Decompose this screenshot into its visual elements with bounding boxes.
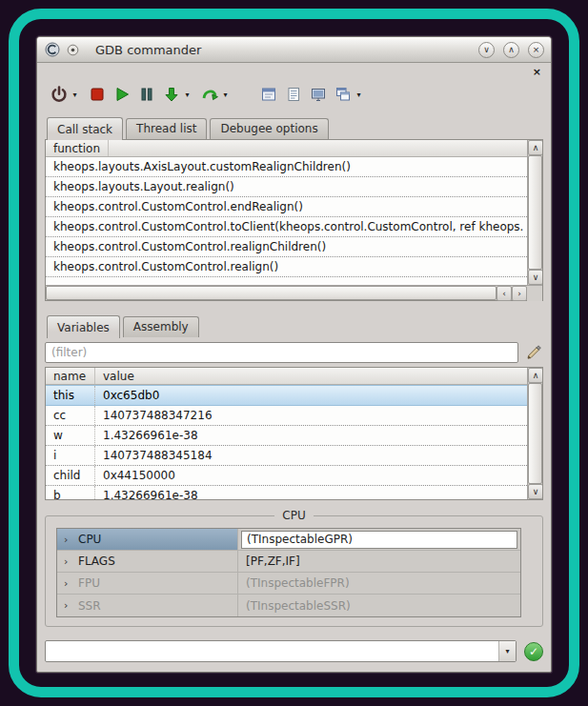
variable-value: 1.43266961e-38 (95, 426, 527, 445)
cpu-register-grid: › CPU (TInspectableGPR) › FLAGS [PF,ZF,I… (56, 528, 521, 617)
stop-button[interactable] (85, 82, 110, 107)
variable-row[interactable]: this 0xc65db0 (46, 385, 527, 406)
call-stack-row[interactable]: kheops.layouts.Layout.realign() (46, 177, 527, 197)
scrollbar-thumb[interactable] (528, 383, 542, 484)
step-into-dropdown-caret-icon[interactable]: ▾ (182, 91, 193, 99)
register-group-name: CPU (78, 533, 101, 546)
call-stack-panel: function kheops.layouts.AxisLayout.custo… (45, 139, 543, 301)
scroll-right-button[interactable]: › (512, 286, 527, 301)
column-header-function[interactable]: function (46, 140, 109, 156)
column-header-value[interactable]: value (95, 368, 527, 384)
windows-view-dropdown-caret-icon[interactable]: ▾ (354, 91, 364, 99)
variable-value: 140737488347216 (95, 406, 527, 425)
scroll-down-button[interactable]: ∨ (528, 484, 543, 499)
call-stack-header: function (46, 140, 527, 157)
tab-variables[interactable]: Variables (47, 315, 120, 338)
variable-name: w (46, 426, 95, 445)
cpu-register-row[interactable]: › CPU (TInspectableGPR) (57, 529, 520, 551)
register-group-value-field[interactable]: (TInspectableGPR) (241, 531, 517, 549)
app-icon (44, 42, 60, 58)
call-stack-row[interactable]: kheops.control.CustomControl.endRealign(… (46, 197, 527, 217)
watch-view-button[interactable] (256, 82, 281, 107)
windows-view-button[interactable] (331, 82, 355, 107)
step-over-button[interactable] (197, 82, 222, 107)
register-group-value: (TInspectableFPR) (238, 573, 520, 594)
expander-icon[interactable]: › (64, 577, 71, 590)
cpu-groupbox: CPU › CPU (TInspectableGPR) › FLAGS (45, 515, 543, 627)
variable-row[interactable]: w 1.43266961e-38 (46, 426, 527, 446)
power-dropdown-caret-icon[interactable]: ▾ (70, 91, 80, 99)
call-stack-row[interactable]: kheops.control.CustomControl.toClient(kh… (46, 217, 527, 237)
step-over-dropdown-caret-icon[interactable]: ▾ (220, 91, 231, 99)
command-bar: ▾ ✓ (45, 640, 543, 662)
filter-input[interactable] (45, 342, 518, 363)
scroll-left-button[interactable]: ‹ (497, 286, 512, 301)
debug-toolbar: ▾ ▾ ▾ (45, 78, 543, 111)
scroll-up-button[interactable]: ∧ (528, 140, 542, 155)
run-button[interactable] (110, 82, 134, 107)
variable-name: cc (46, 406, 95, 425)
register-group-value: [PF,ZF,IF] (238, 551, 520, 572)
dock-close-button[interactable]: × (533, 68, 541, 77)
register-group-name: SSR (78, 599, 101, 613)
variable-row[interactable]: b 1.43266961e-38 (46, 486, 527, 499)
variable-name: child (46, 466, 95, 485)
close-button[interactable]: × (528, 42, 544, 58)
command-input[interactable] (46, 641, 498, 661)
variable-value: 1.43266961e-38 (95, 486, 527, 499)
minimize-button[interactable]: ∨ (478, 42, 495, 58)
expander-icon[interactable]: › (64, 534, 71, 546)
execute-command-button[interactable]: ✓ (524, 642, 543, 661)
debugger-power-button[interactable] (47, 82, 71, 107)
register-group-name: FLAGS (78, 555, 115, 568)
call-stack-horizontal-scrollbar[interactable]: ‹ › (46, 285, 542, 300)
clear-filter-icon[interactable] (524, 343, 543, 362)
variables-table: name value this 0xc65db0 cc 140737488347… (46, 368, 527, 499)
register-group-value: (TInspectableSSR) (238, 595, 520, 616)
tab-call-stack[interactable]: Call stack (47, 117, 123, 140)
console-view-button[interactable] (306, 82, 331, 107)
pause-button[interactable] (134, 82, 159, 107)
gdb-commander-window: GDB commander ∨ ∧ × × ▾ (36, 36, 552, 673)
cpu-register-row[interactable]: › FLAGS [PF,ZF,IF] (57, 551, 520, 573)
window-content: × ▾ ▾ ▾ (37, 63, 551, 672)
cpu-register-row[interactable]: › FPU (TInspectableFPR) (57, 573, 520, 595)
window-title: GDB commander (95, 43, 201, 57)
inspector-tabbar: Variables Assembly (45, 314, 543, 337)
scrollbar-thumb[interactable] (46, 286, 497, 300)
variables-header: name value (46, 368, 527, 385)
tab-assembly[interactable]: Assembly (123, 316, 199, 337)
variable-name: this (46, 386, 95, 405)
variables-panel: name value this 0xc65db0 cc 140737488347… (45, 367, 543, 500)
cpu-register-row[interactable]: › SSR (TInspectableSSR) (57, 595, 520, 616)
window-controls: ∨ ∧ × (478, 42, 544, 58)
log-view-button[interactable] (281, 82, 306, 107)
variables-vertical-scrollbar[interactable]: ∧ ∨ (527, 368, 542, 499)
variable-row[interactable]: i 140737488345184 (46, 446, 527, 466)
scroll-up-button[interactable]: ∧ (528, 368, 543, 383)
cpu-groupbox-title: CPU (46, 509, 542, 522)
call-stack-row[interactable]: kheops.control.CustomControl.realign() (46, 257, 527, 277)
titlebar-menu-icon[interactable] (65, 42, 81, 58)
variable-value: 0xc65db0 (95, 386, 527, 405)
step-into-button[interactable] (159, 82, 184, 107)
tab-debugee-options[interactable]: Debugee options (210, 118, 328, 139)
titlebar[interactable]: GDB commander ∨ ∧ × (37, 37, 551, 63)
call-stack-vertical-scrollbar[interactable]: ∧ ∨ (527, 140, 542, 285)
combo-dropdown-button[interactable]: ▾ (498, 641, 516, 661)
variable-row[interactable]: cc 140737488347216 (46, 406, 527, 426)
scroll-down-button[interactable]: ∨ (528, 270, 542, 285)
variable-value: 140737488345184 (95, 446, 527, 465)
shade-button[interactable]: ∧ (503, 42, 519, 58)
scrollbar-thumb[interactable] (528, 155, 542, 270)
expander-icon[interactable]: › (64, 599, 71, 612)
tab-thread-list[interactable]: Thread list (126, 118, 207, 139)
call-stack-row[interactable]: kheops.control.CustomControl.realignChil… (46, 237, 527, 257)
expander-icon[interactable]: › (64, 555, 71, 568)
call-stack-row[interactable]: kheops.layouts.AxisLayout.customRealignC… (46, 157, 527, 177)
variable-row[interactable]: child 0x44150000 (46, 466, 527, 486)
filter-row (45, 342, 543, 363)
column-header-name[interactable]: name (46, 368, 95, 384)
stack-tabbar: Call stack Thread list Debugee options (45, 116, 543, 139)
command-combobox[interactable]: ▾ (45, 640, 517, 662)
